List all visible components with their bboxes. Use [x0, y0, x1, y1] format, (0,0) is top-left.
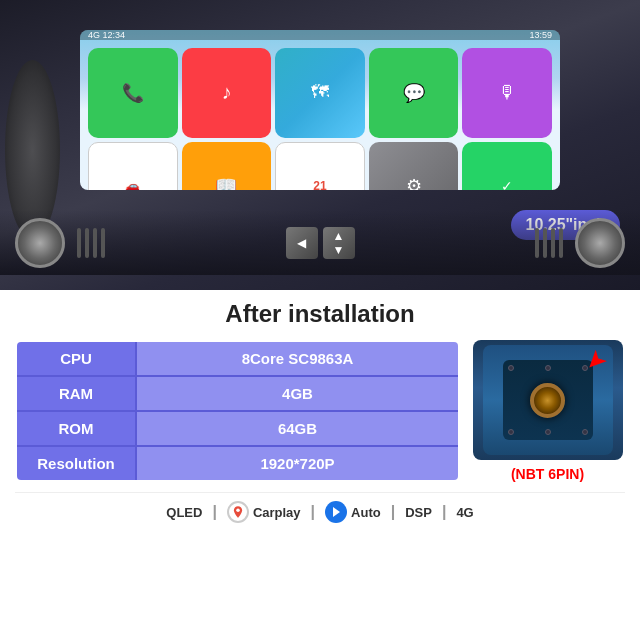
svg-point-0	[236, 509, 240, 513]
cpu-label: CPU	[16, 341, 136, 376]
music-app: ♪	[182, 48, 272, 138]
4g-label: 4G	[456, 505, 473, 520]
car-screen: 4G 12:34 13:59 📞 ♪ 🗺 💬 🎙 🚗 📖 21 ⚙ ✓	[80, 30, 560, 190]
right-vent	[535, 225, 563, 260]
ram-label: RAM	[16, 376, 136, 411]
table-row: Resolution 1920*720P	[16, 446, 459, 481]
carplay-label: Carplay	[253, 505, 301, 520]
rom-label: ROM	[16, 411, 136, 446]
connector-box: ➤ (NBT 6PIN)	[470, 340, 625, 482]
qled-label: QLED	[166, 505, 202, 520]
resolution-value: 1920*720P	[136, 446, 459, 481]
left-vent	[77, 225, 105, 260]
calendar-app: 21	[275, 142, 365, 190]
bottom-section: After installation CPU 8Core SC9863A RAM…	[0, 290, 640, 533]
specs-table: CPU 8Core SC9863A RAM 4GB ROM 64GB Resol…	[15, 340, 460, 482]
status-right: 13:59	[529, 30, 552, 40]
dsp-label: DSP	[405, 505, 432, 520]
carplay-item: Carplay	[227, 501, 301, 523]
rom-value: 64GB	[136, 411, 459, 446]
status-left: 4G 12:34	[88, 30, 125, 40]
auto-item: Auto	[325, 501, 381, 523]
car-image-section: 4G 12:34 13:59 📞 ♪ 🗺 💬 🎙 🚗 📖 21 ⚙ ✓	[0, 0, 640, 290]
maps-app: 🗺	[275, 48, 365, 138]
app-grid: 📞 ♪ 🗺 💬 🎙 🚗 📖 21 ⚙ ✓	[80, 40, 560, 190]
icons-row: QLED | Carplay | Auto | DSP | 4G	[15, 492, 625, 523]
carplay-app: 🚗	[88, 142, 178, 190]
auto-label: Auto	[351, 505, 381, 520]
separator-2: |	[311, 503, 315, 521]
resolution-label: Resolution	[16, 446, 136, 481]
separator-4: |	[442, 503, 446, 521]
nbt-label: (NBT 6PIN)	[511, 466, 584, 482]
auto-icon	[325, 501, 347, 523]
podcast-app: 🎙	[462, 48, 552, 138]
cpu-value: 8Core SC9863A	[136, 341, 459, 376]
content-row: CPU 8Core SC9863A RAM 4GB ROM 64GB Resol…	[15, 340, 625, 482]
table-row: CPU 8Core SC9863A	[16, 341, 459, 376]
table-row: RAM 4GB	[16, 376, 459, 411]
separator-3: |	[391, 503, 395, 521]
left-knob	[15, 218, 65, 268]
separator-1: |	[212, 503, 216, 521]
settings-app: ⚙	[369, 142, 459, 190]
section-title: After installation	[15, 300, 625, 328]
table-row: ROM 64GB	[16, 411, 459, 446]
connector-image: ➤	[473, 340, 623, 460]
phone-app: 📞	[88, 48, 178, 138]
whatsapp-app: ✓	[462, 142, 552, 190]
center-controls: ◀ ▲▼	[286, 227, 355, 259]
messages-app: 💬	[369, 48, 459, 138]
right-knob	[575, 218, 625, 268]
ram-value: 4GB	[136, 376, 459, 411]
books-app: 📖	[182, 142, 272, 190]
carplay-icon	[227, 501, 249, 523]
